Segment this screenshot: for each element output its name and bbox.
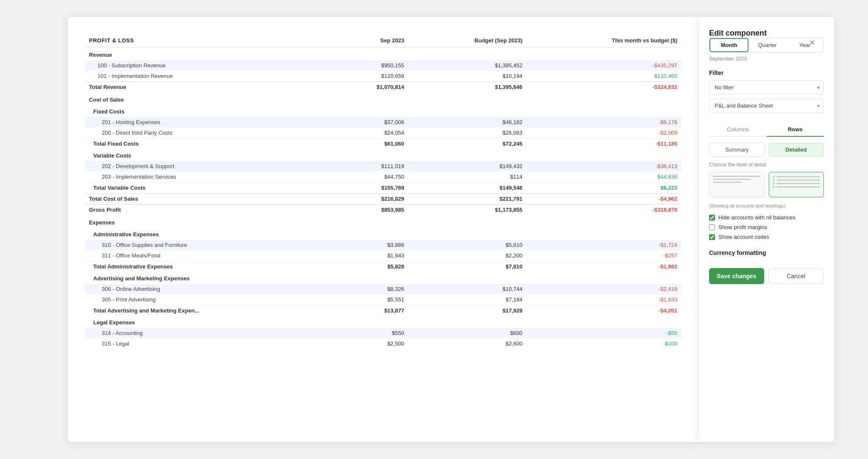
show-codes-checkbox-row: Show account codes [709, 234, 824, 240]
section-cos: Cost of Sales [85, 92, 682, 105]
table-title: PROFIT & LOSS [89, 37, 134, 44]
col-budget: Budget (Sep 2023) [409, 34, 527, 47]
tab-columns[interactable]: Columns [709, 123, 767, 137]
row-level-selector: Summary Detailed [709, 143, 824, 157]
preview-dot-line [773, 182, 821, 185]
preview-dot-line [773, 186, 821, 188]
table-row: 306 - Online Advertising $8,326 $10,744 … [85, 284, 682, 294]
preview-dot-line [773, 179, 821, 181]
filter-dropdown[interactable]: No filter [709, 80, 824, 94]
show-margins-checkbox[interactable] [709, 224, 715, 230]
table-row: 200 - Direct third Party Costs $24,054 $… [85, 127, 682, 138]
table-row: 202 - Development & Support $111,019 $14… [85, 161, 682, 171]
table-row: 315 - Legal $2,500 $2,600 -$100 [85, 338, 682, 349]
close-button[interactable]: ✕ [809, 39, 815, 47]
preview-dot-lines [773, 176, 821, 188]
period-date: September 2023 [709, 56, 824, 62]
period-quarter-button[interactable]: Quarter [748, 38, 786, 52]
preview-line [713, 176, 761, 177]
period-selector: Month Quarter Year [709, 38, 824, 53]
hide-nil-checkbox-row: Hide accounts with nil balances [709, 214, 824, 221]
table-row: 314 - Accounting $550 $600 -$50 [85, 328, 682, 338]
summary-button[interactable]: Summary [709, 143, 765, 157]
subsection-marketing: Advertising and Marketing Expenses [85, 272, 682, 284]
total-variable-costs-row: Total Variable Costs $155,769 $149,546 $… [85, 182, 682, 194]
table-row: 101 - Implementation Revenue $120,659 $1… [85, 71, 682, 82]
showing-label: (Showing all accounts and headings) [709, 203, 824, 208]
table-row: 310 - Office Supplies and Furniture $3,8… [85, 240, 682, 250]
period-year-button[interactable]: Year [786, 38, 823, 52]
gross-profit-row: Gross Profit $853,985 $1,173,855 -$319,8… [85, 205, 682, 216]
table-row: 201 - Hosting Expenses $37,006 $46,182 -… [85, 117, 682, 127]
filter-dropdown-wrapper: No filter ▾ [709, 80, 824, 94]
detailed-preview[interactable] [769, 172, 824, 197]
table-row: 100 - Subscription Revenue $950,155 $1,3… [85, 60, 682, 71]
period-month-button[interactable]: Month [709, 38, 748, 52]
section-expenses: Expenses [85, 215, 682, 228]
col-variance: This month vs budget ($) [527, 34, 682, 47]
show-margins-checkbox-row: Show profit margins [709, 224, 824, 230]
table-title-col: PROFIT & LOSS [85, 34, 333, 47]
total-fixed-costs-row: Total Fixed Costs $61,060 $72,245 -$11,1… [85, 138, 682, 149]
show-codes-label[interactable]: Show account codes [718, 234, 769, 240]
section-revenue: Revenue [85, 47, 682, 61]
summary-preview[interactable] [709, 172, 765, 197]
total-revenue-row: Total Revenue $1,070,814 $1,395,646 -$32… [85, 82, 682, 93]
save-button[interactable]: Save changes [709, 268, 764, 284]
show-codes-checkbox[interactable] [709, 234, 715, 240]
currency-formatting-section: Currency formatting [709, 249, 824, 260]
detail-level-label: Choose the level of detail [709, 162, 824, 168]
tab-rows[interactable]: Rows [767, 123, 824, 137]
preview-dot-line [773, 176, 821, 178]
hide-nil-label[interactable]: Hide accounts with nil balances [718, 214, 795, 221]
cancel-button[interactable]: Cancel [768, 268, 824, 284]
profit-loss-table: PROFIT & LOSS Sep 2023 Budget (Sep 2023)… [85, 34, 682, 349]
table-panel: PROFIT & LOSS Sep 2023 Budget (Sep 2023)… [68, 17, 698, 442]
currency-formatting-label: Currency formatting [709, 249, 824, 256]
subsection-admin: Administrative Expenses [85, 228, 682, 240]
table-row: 203 - Implementation Services $44,750 $1… [85, 171, 682, 182]
edit-panel: Edit component ✕ Month Quarter Year Sept… [698, 17, 834, 442]
total-marketing-expenses-row: Total Advertising and Marketing Expen...… [85, 305, 682, 316]
report-type-dropdown[interactable]: P&L and Balance Sheet [709, 99, 824, 113]
hide-nil-checkbox[interactable] [709, 215, 715, 221]
subsection-legal: Legal Expenses [85, 316, 682, 328]
detailed-button[interactable]: Detailed [768, 143, 824, 157]
action-buttons: Save changes Cancel [709, 268, 824, 284]
total-admin-expenses-row: Total Administrative Expenses $5,828 $7,… [85, 261, 682, 272]
preview-line [713, 179, 751, 180]
total-cos-row: Total Cost of Sales $216,829 $221,791 -$… [85, 194, 682, 205]
edit-panel-title: Edit component [709, 29, 767, 37]
filter-label: Filter [709, 69, 824, 76]
show-margins-label[interactable]: Show profit margins [718, 224, 767, 230]
report-type-dropdown-wrapper: P&L and Balance Sheet ▾ [709, 99, 824, 113]
detail-previews [709, 172, 824, 197]
subsection-variable: Variable Costs [85, 149, 682, 161]
preview-line [713, 182, 742, 183]
columns-rows-tabs: Columns Rows [709, 123, 824, 137]
table-row: 305 - Print Advertising $5,551 $7,184 -$… [85, 294, 682, 305]
col-sep: Sep 2023 [333, 34, 409, 47]
table-row: 311 - Office Meals/Food $1,943 $2,200 -$… [85, 250, 682, 261]
subsection-fixed: Fixed Costs [85, 105, 682, 117]
